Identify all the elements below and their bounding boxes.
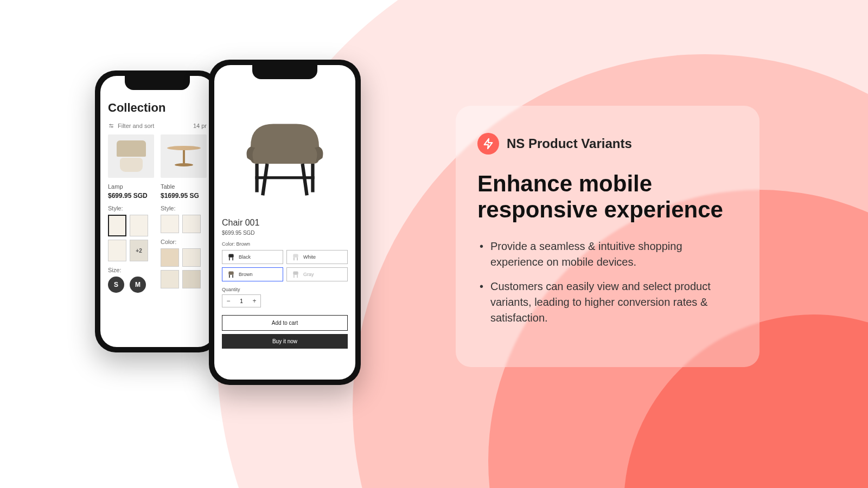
product-name: Table <box>161 183 207 190</box>
svg-rect-19 <box>293 272 298 275</box>
quantity-value: 1 <box>234 298 248 304</box>
svg-rect-15 <box>297 258 298 260</box>
style-swatch[interactable] <box>161 215 179 233</box>
product-price: $699.95 SGD <box>108 192 154 200</box>
chair-icon <box>228 95 342 209</box>
phone-collection: Collection Filter and sort 14 pr <box>95 70 220 352</box>
product-name: Chair 001 <box>222 218 348 228</box>
bullet-list: Provide a seamless & intuitive shopping … <box>477 239 738 326</box>
svg-rect-16 <box>228 272 233 275</box>
color-name: Brown <box>239 272 253 277</box>
product-image <box>161 134 207 178</box>
color-option-brown[interactable]: Brown <box>222 267 283 281</box>
svg-rect-7 <box>261 164 269 196</box>
size-option[interactable]: S <box>108 277 124 293</box>
product-price: $1699.95 SG <box>161 192 207 200</box>
brand-name: NS Product Variants <box>507 136 632 151</box>
phones-mockup: Collection Filter and sort 14 pr <box>95 60 377 396</box>
color-swatch[interactable] <box>161 248 179 267</box>
add-to-cart-button[interactable]: Add to cart <box>222 315 348 331</box>
phone-notch <box>125 76 190 90</box>
size-label: Size: <box>108 267 154 273</box>
svg-rect-12 <box>232 258 233 260</box>
size-option[interactable]: M <box>130 277 146 293</box>
svg-rect-14 <box>293 258 295 260</box>
style-label: Style: <box>161 205 207 211</box>
color-option-gray[interactable]: Gray <box>286 267 348 281</box>
product-name: Lamp <box>108 183 154 190</box>
svg-rect-11 <box>229 258 230 260</box>
style-label: Style: <box>108 205 154 211</box>
quantity-stepper: − 1 + <box>222 294 261 307</box>
svg-marker-0 <box>484 139 493 149</box>
quantity-decrease[interactable]: − <box>222 295 234 307</box>
collection-title: Collection <box>108 101 207 115</box>
phone-product: Chair 001 $699.95 SGD Color: Brown Black… <box>209 60 361 385</box>
style-swatch[interactable] <box>108 215 126 236</box>
color-name: Black <box>239 254 251 260</box>
color-name: Gray <box>303 272 314 277</box>
filter-and-sort[interactable]: Filter and sort <box>108 123 154 129</box>
product-price: $699.95 SGD <box>222 230 348 236</box>
sliders-icon <box>108 123 114 129</box>
product-count: 14 pr <box>193 123 207 129</box>
svg-rect-13 <box>293 254 298 258</box>
product-hero-image <box>222 90 348 215</box>
product-card-table[interactable]: Table $1699.95 SG Style: Color: <box>161 134 207 293</box>
svg-rect-20 <box>293 275 295 278</box>
product-image <box>108 134 154 178</box>
svg-rect-18 <box>232 275 233 278</box>
style-swatch[interactable] <box>182 215 201 233</box>
info-card: NS Product Variants Enhance mobile respo… <box>456 106 760 367</box>
color-swatch[interactable] <box>161 270 179 288</box>
style-swatch-more[interactable]: +2 <box>130 240 148 261</box>
svg-rect-21 <box>297 275 298 278</box>
svg-rect-17 <box>229 275 230 278</box>
bullet-item: Customers can easily view and select pro… <box>490 279 738 326</box>
brand-icon <box>477 133 499 155</box>
color-swatch[interactable] <box>182 270 201 288</box>
svg-rect-9 <box>255 176 314 179</box>
svg-point-4 <box>112 126 113 127</box>
bullet-item: Provide a seamless & intuitive shopping … <box>490 239 738 270</box>
svg-rect-8 <box>301 164 308 196</box>
color-label: Color: Brown <box>222 241 348 247</box>
phone-notch <box>252 65 317 79</box>
color-swatch[interactable] <box>182 248 201 267</box>
filter-sort-label: Filter and sort <box>118 123 154 129</box>
style-swatch[interactable] <box>108 240 126 261</box>
color-option-black[interactable]: Black <box>222 250 283 264</box>
color-option-white[interactable]: White <box>286 250 348 264</box>
svg-point-2 <box>110 124 111 125</box>
product-card-lamp[interactable]: Lamp $699.95 SGD Style: +2 Size: S M <box>108 134 154 293</box>
buy-now-button[interactable]: Buy it now <box>222 334 348 349</box>
style-swatch[interactable] <box>130 215 148 236</box>
quantity-label: Quantity <box>222 287 348 292</box>
headline: Enhance mobile responsive experience <box>477 171 738 223</box>
color-name: White <box>303 254 316 260</box>
quantity-increase[interactable]: + <box>248 295 260 307</box>
color-label: Color: <box>161 239 207 245</box>
svg-rect-10 <box>228 254 233 258</box>
brand-row: NS Product Variants <box>477 133 738 155</box>
